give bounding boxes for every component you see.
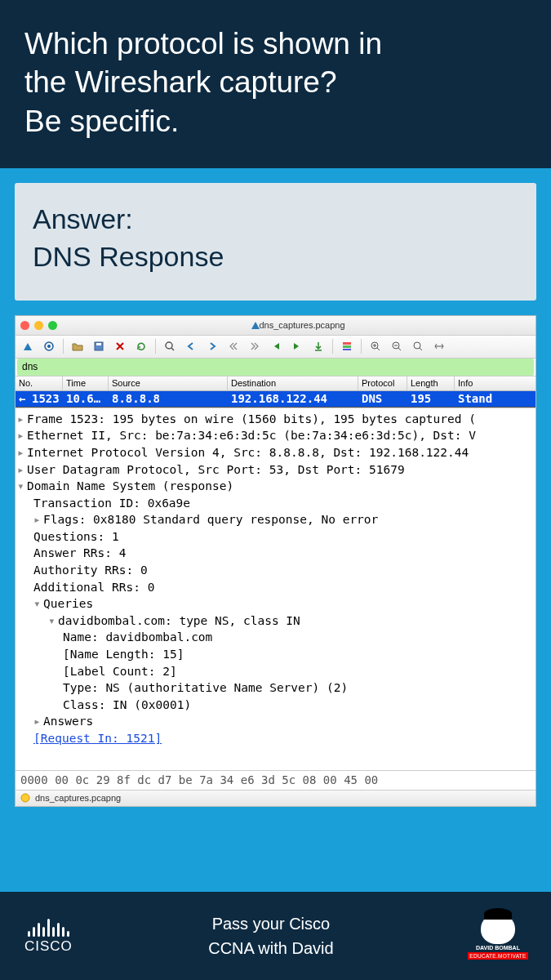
detail-line[interactable]: Questions: 1 bbox=[33, 528, 534, 546]
expand-triangle-icon[interactable]: ▸ bbox=[17, 444, 27, 461]
detail-text: [Request In: 1521] bbox=[33, 732, 162, 745]
detail-text: [Name Length: 15] bbox=[63, 648, 184, 661]
detail-line[interactable]: ▸Internet Protocol Version 4, Src: 8.8.8… bbox=[17, 444, 534, 461]
answer-panel: Answer: DNS Response bbox=[15, 183, 536, 301]
detail-text: Internet Protocol Version 4, Src: 8.8.8.… bbox=[27, 446, 469, 459]
colorize-icon[interactable] bbox=[338, 337, 356, 355]
detail-text: Frame 1523: 195 bytes on wire (1560 bits… bbox=[27, 412, 476, 425]
cell-destination: 192.168.122.44 bbox=[228, 392, 358, 405]
go-last-icon[interactable] bbox=[288, 337, 306, 355]
column-length[interactable]: Length bbox=[407, 376, 455, 390]
find-icon[interactable] bbox=[161, 337, 179, 355]
detail-line[interactable]: Authority RRs: 0 bbox=[33, 562, 534, 579]
detail-line[interactable]: Transaction ID: 0x6a9e bbox=[33, 495, 534, 512]
status-filename: dns_captures.pcapng bbox=[35, 793, 121, 803]
jump-prev-icon[interactable] bbox=[224, 337, 242, 355]
resize-columns-icon[interactable] bbox=[430, 337, 448, 355]
main-toolbar bbox=[16, 336, 535, 359]
expert-info-icon[interactable] bbox=[20, 793, 30, 803]
detail-text: [Label Count: 2] bbox=[63, 665, 177, 678]
next-packet-icon[interactable] bbox=[203, 337, 221, 355]
zoom-in-icon[interactable] bbox=[367, 337, 384, 355]
detail-text: Answers bbox=[43, 715, 93, 728]
expand-triangle-icon[interactable]: ▾ bbox=[48, 612, 58, 630]
titlebar: dns_captures.pcapng bbox=[16, 316, 535, 336]
expand-triangle-icon[interactable]: ▾ bbox=[17, 478, 27, 495]
detail-text: Domain Name System (response) bbox=[27, 479, 233, 492]
go-first-icon[interactable] bbox=[267, 337, 285, 355]
detail-text: Questions: 1 bbox=[33, 530, 119, 543]
column-protocol[interactable]: Protocol bbox=[358, 376, 407, 390]
detail-line[interactable]: ▸Frame 1523: 195 bytes on wire (1560 bit… bbox=[17, 411, 534, 428]
detail-text: davidbombal.com: type NS, class IN bbox=[58, 614, 300, 627]
detail-line[interactable]: ▾Queries bbox=[33, 595, 534, 612]
detail-text: Answer RRs: 4 bbox=[33, 546, 127, 559]
open-file-icon[interactable] bbox=[69, 337, 87, 355]
expand-triangle-icon[interactable]: ▸ bbox=[33, 511, 43, 528]
packet-list-header: No. Time Source Destination Protocol Len… bbox=[16, 376, 535, 391]
expand-triangle-icon[interactable]: ▸ bbox=[17, 461, 27, 479]
detail-line[interactable]: ▸User Datagram Protocol, Src Port: 53, D… bbox=[17, 461, 534, 479]
close-file-icon[interactable] bbox=[111, 337, 129, 355]
question-line-2: the Wireshark capture? bbox=[24, 63, 527, 101]
detail-line[interactable]: [Request In: 1521] bbox=[33, 730, 534, 747]
column-no[interactable]: No. bbox=[16, 376, 63, 390]
detail-line[interactable]: [Name Length: 15] bbox=[63, 646, 534, 663]
prev-packet-icon[interactable] bbox=[182, 337, 200, 355]
save-icon[interactable] bbox=[90, 337, 108, 355]
detail-line[interactable]: [Label Count: 2] bbox=[63, 663, 534, 680]
expand-triangle-icon[interactable]: ▸ bbox=[33, 713, 43, 730]
detail-text: Transaction ID: 0x6a9e bbox=[33, 497, 190, 510]
detail-line[interactable]: Additional RRs: 0 bbox=[33, 579, 534, 596]
detail-line[interactable]: ▾Domain Name System (response) bbox=[17, 478, 534, 495]
zoom-out-icon[interactable] bbox=[388, 337, 406, 355]
zoom-reset-icon[interactable] bbox=[409, 337, 427, 355]
packet-bytes-pane[interactable]: 0000 00 0c 29 8f dc d7 be 7a 34 e6 3d 5c… bbox=[16, 770, 535, 790]
expand-triangle-icon[interactable]: ▸ bbox=[17, 427, 27, 444]
detail-line[interactable]: Class: IN (0x0001) bbox=[63, 697, 534, 714]
column-source[interactable]: Source bbox=[109, 376, 228, 390]
column-destination[interactable]: Destination bbox=[228, 376, 358, 390]
detail-text: Flags: 0x8180 Standard query response, N… bbox=[43, 513, 378, 526]
packet-row-selected[interactable]: ← 1523 10.6… 8.8.8.8 192.168.122.44 DNS … bbox=[16, 391, 535, 408]
expand-triangle-icon[interactable]: ▸ bbox=[17, 411, 27, 428]
column-info[interactable]: Info bbox=[455, 376, 535, 390]
answer-text: DNS Response bbox=[33, 238, 518, 276]
column-time[interactable]: Time bbox=[63, 376, 109, 390]
title-filename: dns_captures.pcapng bbox=[259, 320, 344, 330]
svg-rect-6 bbox=[343, 345, 351, 348]
window-title: dns_captures.pcapng bbox=[62, 320, 531, 330]
question-panel: Which protocol is shown in the Wireshark… bbox=[0, 0, 551, 168]
cell-no: 1523 bbox=[29, 392, 63, 405]
cisco-logo: CISCO bbox=[24, 917, 73, 955]
close-button[interactable] bbox=[20, 321, 29, 330]
hex-line: 0000 00 0c 29 8f dc d7 be 7a 34 e6 3d 5c… bbox=[20, 773, 378, 786]
capture-options-icon[interactable] bbox=[40, 337, 58, 355]
detail-line[interactable]: ▸Flags: 0x8180 Standard query response, … bbox=[33, 511, 534, 528]
detail-line[interactable]: Answer RRs: 4 bbox=[33, 545, 534, 562]
cell-time: 10.6… bbox=[63, 392, 109, 405]
detail-line[interactable]: ▾davidbombal.com: type NS, class IN bbox=[48, 612, 534, 630]
cell-source: 8.8.8.8 bbox=[109, 392, 228, 405]
packet-details-pane[interactable]: ▸Frame 1523: 195 bytes on wire (1560 bit… bbox=[16, 408, 535, 770]
detail-line[interactable]: Type: NS (authoritative Name Server) (2) bbox=[63, 679, 534, 697]
detail-line[interactable]: Name: davidbombal.com bbox=[63, 629, 534, 646]
question-line-1: Which protocol is shown in bbox=[24, 24, 527, 63]
auto-scroll-icon[interactable] bbox=[309, 337, 327, 355]
toolbar-separator bbox=[332, 339, 333, 354]
minimize-button[interactable] bbox=[34, 321, 43, 330]
toolbar-separator bbox=[361, 339, 362, 354]
display-filter-input[interactable] bbox=[17, 359, 534, 376]
detail-text: User Datagram Protocol, Src Port: 53, Ds… bbox=[27, 463, 405, 476]
svg-point-1 bbox=[47, 345, 51, 348]
expand-triangle-icon[interactable]: ▾ bbox=[33, 595, 43, 612]
detail-line[interactable]: ▸Answers bbox=[33, 713, 534, 730]
david-bombal-logo: DAVID BOMBAL EDUCATE.MOTIVATE bbox=[469, 911, 527, 960]
reload-icon[interactable] bbox=[132, 337, 150, 355]
shark-fin-icon[interactable] bbox=[19, 337, 37, 355]
detail-line[interactable]: ▸Ethernet II, Src: be:7a:34:e6:3d:5c (be… bbox=[17, 427, 534, 444]
maximize-button[interactable] bbox=[48, 321, 57, 330]
jump-next-icon[interactable] bbox=[246, 337, 264, 355]
cisco-bars-icon bbox=[28, 917, 69, 937]
svg-point-4 bbox=[166, 342, 172, 349]
